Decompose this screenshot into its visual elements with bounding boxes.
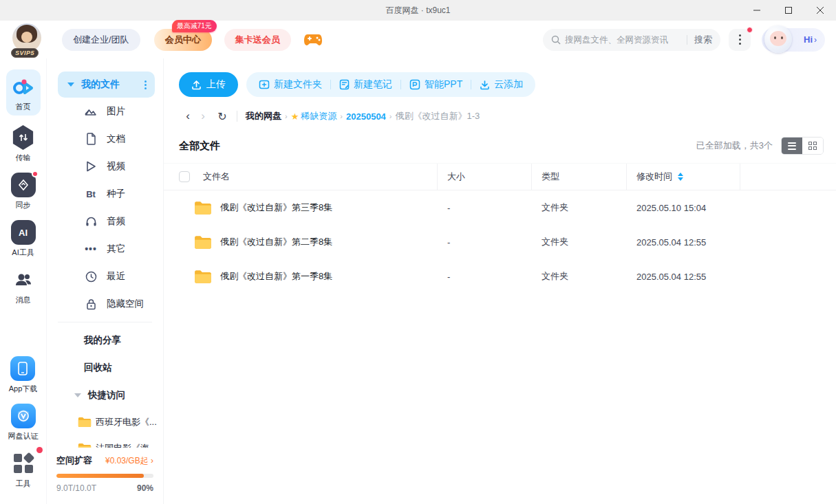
search-submit-button[interactable]: 搜索 xyxy=(694,34,712,46)
file-modified: 2025.05.10 15:04 xyxy=(627,203,740,213)
rail-label-app-download: App下载 xyxy=(9,384,38,394)
sidebar-item-recycle-bin[interactable]: 回收站 xyxy=(47,354,163,382)
breadcrumb-level2[interactable]: 20250504 xyxy=(346,111,386,122)
file-name[interactable]: 俄剧《改过自新》第三季8集 xyxy=(220,201,332,214)
table-row[interactable]: 俄剧《改过自新》第三季8集 - 文件夹 2025.05.10 15:04 xyxy=(164,190,836,225)
forward-button[interactable]: › xyxy=(195,109,211,123)
titlebar: 百度网盘 · tx9uc1 xyxy=(0,0,836,21)
pictures-icon xyxy=(84,105,98,118)
new-note-button[interactable]: 新建笔记 xyxy=(331,78,400,91)
more-menu-button[interactable] xyxy=(729,29,751,51)
view-toggle xyxy=(781,137,824,155)
file-list-header: 全部文件 已全部加载，共3个 xyxy=(164,123,836,155)
games-icon[interactable] xyxy=(303,32,323,47)
breadcrumb-separator: › xyxy=(389,112,392,120)
rail-item-ai-tools[interactable]: AI AI工具 xyxy=(11,220,36,258)
sidebar-item-quick-access[interactable]: 快捷访问 xyxy=(47,382,163,409)
file-size: - xyxy=(438,237,532,248)
notification-dot xyxy=(747,27,753,33)
table-row[interactable]: 俄剧《改过自新》第二季8集 - 文件夹 2025.05.04 12:55 xyxy=(164,225,836,259)
assistant-button[interactable]: Hi › xyxy=(762,28,825,52)
user-avatar[interactable]: SVIP5 xyxy=(12,23,43,56)
sidebar-item-pictures[interactable]: 图片 xyxy=(47,98,163,125)
rail-item-cert[interactable]: 网盘认证 xyxy=(8,404,39,441)
other-label: 其它 xyxy=(107,243,125,255)
sidebar-item-my-files[interactable]: 我的文件 xyxy=(58,72,155,98)
app-download-icon xyxy=(10,356,35,381)
refresh-button[interactable]: ↻ xyxy=(215,110,230,123)
maximize-button[interactable] xyxy=(773,0,804,21)
file-name[interactable]: 俄剧《改过自新》第一季8集 xyxy=(220,270,332,283)
tools-notification-dot xyxy=(36,447,43,453)
select-all-checkbox[interactable] xyxy=(179,171,190,182)
sidebar-item-audio[interactable]: 音频 xyxy=(47,208,163,235)
minimize-button[interactable] xyxy=(741,0,773,21)
create-team-button[interactable]: 创建企业/团队 xyxy=(62,29,140,51)
grid-view-button[interactable] xyxy=(802,138,823,154)
file-size: - xyxy=(438,203,532,213)
list-view-button[interactable] xyxy=(782,138,802,154)
caret-down-icon xyxy=(67,83,74,87)
upload-button[interactable]: 上传 xyxy=(179,72,238,97)
sidebar-item-hidden-space[interactable]: 隐藏空间 xyxy=(47,290,163,318)
torrents-icon: Bt xyxy=(84,187,98,201)
storage-expand-label: 空间扩容 xyxy=(56,454,92,467)
other-icon: ••• xyxy=(84,242,98,256)
storage-usage: 9.0T/10.0T xyxy=(56,483,96,493)
rail-item-messages[interactable]: 消息 xyxy=(11,267,36,305)
file-type: 文件夹 xyxy=(532,201,627,214)
sidebar-item-other[interactable]: ••• 其它 xyxy=(47,235,163,263)
column-header-type[interactable]: 类型 xyxy=(532,164,627,190)
load-status: 已全部加载，共3个 xyxy=(696,140,773,152)
chevron-right-icon: › xyxy=(814,35,817,45)
other-icon-text: ••• xyxy=(85,243,97,254)
sidebar-item-documents[interactable]: 文档 xyxy=(47,125,163,153)
upload-icon xyxy=(191,80,202,90)
table-row[interactable]: 俄剧《改过自新》第一季8集 - 文件夹 2025.05.04 12:55 xyxy=(164,259,836,294)
quick-item-spanish-movie[interactable]: 西班牙电影《... xyxy=(47,409,163,435)
sidebar-divider xyxy=(58,322,152,322)
breadcrumb-root[interactable]: 我的网盘 xyxy=(246,110,281,122)
new-folder-label: 新建文件夹 xyxy=(274,78,322,91)
messages-icon xyxy=(11,267,36,292)
sidebar-item-recent[interactable]: 最近 xyxy=(47,263,163,290)
kebab-icon xyxy=(739,34,741,45)
sidebar-item-videos[interactable]: 视频 xyxy=(47,153,163,180)
main-content: 上传 新建文件夹 新建笔记 智能PPT xyxy=(164,58,836,504)
my-files-menu-icon[interactable] xyxy=(143,79,148,91)
card-collect-button[interactable]: 集卡送会员 xyxy=(224,29,291,51)
sort-icon[interactable] xyxy=(678,173,683,181)
sidebar-item-my-share[interactable]: 我的分享 xyxy=(47,327,163,354)
assistant-label: Hi xyxy=(804,34,813,45)
header-right: 搜索 Hi › xyxy=(543,28,825,52)
file-name[interactable]: 俄剧《改过自新》第二季8集 xyxy=(220,236,332,248)
rail-item-app-download[interactable]: App下载 xyxy=(9,356,38,394)
back-button[interactable]: ‹ xyxy=(180,109,195,123)
member-center-button[interactable]: 会员中心 最高减71元 xyxy=(154,29,212,51)
breadcrumb-separator: › xyxy=(340,112,343,120)
column-header-modified[interactable]: 修改时间 xyxy=(627,164,740,190)
rail-item-sync[interactable]: 同步 xyxy=(11,173,36,210)
storage-progress-fill xyxy=(56,474,144,478)
list-view-icon xyxy=(788,142,796,150)
new-folder-button[interactable]: 新建文件夹 xyxy=(250,78,330,91)
discount-badge: 最高减71元 xyxy=(172,20,217,32)
column-header-size[interactable]: 大小 xyxy=(438,164,532,190)
search-input[interactable] xyxy=(565,35,680,45)
smart-ppt-button[interactable]: 智能PPT xyxy=(401,78,471,91)
column-header-name[interactable]: 文件名 xyxy=(203,171,230,183)
rail-item-transfer[interactable]: 传输 xyxy=(12,125,35,163)
rail-item-home[interactable]: 首页 xyxy=(6,69,41,116)
cloud-add-button[interactable]: 云添加 xyxy=(471,78,531,91)
sidebar-item-torrents[interactable]: Bt 种子 xyxy=(47,180,163,208)
search-icon xyxy=(551,35,561,45)
storage-price-link[interactable]: ¥0.03/GB起 › xyxy=(105,455,153,467)
folder-icon xyxy=(194,201,212,215)
storage-progress-bar xyxy=(56,474,153,478)
breadcrumb-separator: › xyxy=(285,112,288,120)
close-button[interactable] xyxy=(804,0,836,21)
rail-item-tools[interactable]: 工具 xyxy=(11,451,36,489)
svip-badge: SVIP5 xyxy=(11,48,39,58)
breadcrumb-level1[interactable]: ★ 稀缺资源 xyxy=(291,110,337,122)
caret-down-icon xyxy=(74,393,81,397)
